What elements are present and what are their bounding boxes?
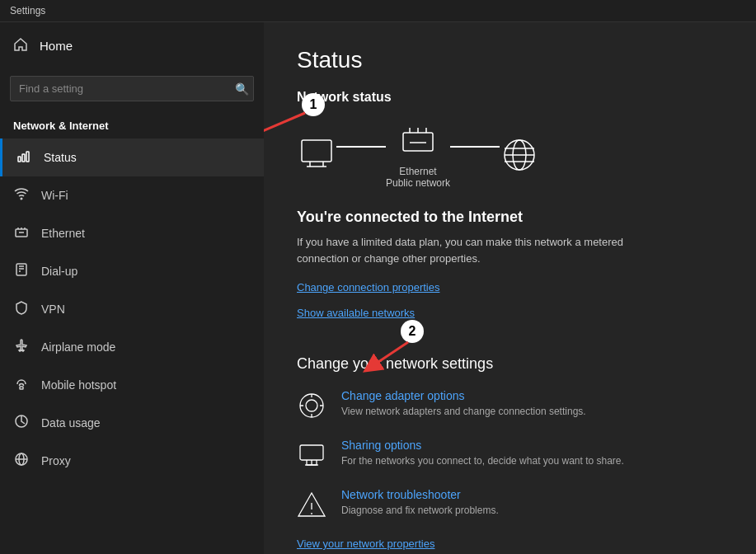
sidebar-item-label-status: Status [44,151,77,164]
dialup-icon [13,262,30,280]
settings-item-adapter[interactable]: Change adapter options View network adap… [297,389,723,420]
globe-icon [500,135,539,175]
svg-rect-20 [300,445,323,460]
sidebar-item-label-ethernet: Ethernet [41,227,85,240]
sharing-icon [297,440,326,470]
ethernet-label: Ethernet Public network [386,166,450,189]
sidebar-item-label-wifi: Wi-Fi [41,189,68,202]
search-input[interactable] [10,76,254,101]
svg-rect-1 [22,154,25,162]
sidebar-item-dialup[interactable]: Dial-up [0,252,264,290]
view-network-link[interactable]: View your network properties [297,538,723,550]
title-bar-label: Settings [10,5,45,16]
svg-rect-6 [20,387,23,389]
status-icon [16,148,32,167]
airplane-icon [13,338,30,356]
home-label: Home [40,39,73,53]
svg-rect-5 [16,264,26,275]
search-icon[interactable]: 🔍 [235,82,249,96]
data-icon [13,414,30,432]
internet-icon-container [500,135,539,175]
svg-text:2: 2 [409,324,416,338]
search-container: 🔍 [0,69,264,108]
change-network-title: Change your network settings [297,355,723,373]
network-line-1 [336,146,386,148]
troubleshoot-title: Network troubleshooter [341,488,499,501]
adapter-desc: View network adapters and change connect… [341,406,586,417]
adapter-title: Change adapter options [341,389,586,402]
sidebar: Home 🔍 Network & Internet Status [0,22,264,554]
sidebar-item-hotspot[interactable]: Mobile hotspot [0,366,264,404]
sidebar-item-label-proxy: Proxy [41,454,71,467]
ethernet-device-icon [398,121,438,161]
sidebar-item-airplane[interactable]: Airplane mode [0,328,264,366]
svg-point-18 [300,394,323,417]
sidebar-home-button[interactable]: Home [0,22,264,69]
svg-point-3 [21,198,22,200]
sidebar-item-label-dialup: Dial-up [41,265,77,278]
svg-rect-12 [302,140,331,162]
vpn-icon [13,300,30,318]
troubleshoot-desc: Diagnose and fix network problems. [341,505,499,516]
network-status-title: Network status [297,90,723,105]
network-diagram: Ethernet Public network [297,121,723,189]
ethernet-device-container: Ethernet Public network [386,121,450,189]
sidebar-section-label: Network & Internet [0,108,264,138]
main-content: 1 Status Network status [264,22,756,554]
connected-title: You're connected to the Internet [297,209,723,226]
computer-icon-container [297,135,336,175]
title-bar: Settings [0,0,756,22]
home-icon [13,37,28,54]
network-line-2 [450,146,500,148]
sidebar-item-proxy[interactable]: Proxy [0,442,264,480]
proxy-icon [13,452,30,470]
sidebar-item-label-airplane: Airplane mode [41,340,115,354]
show-networks-link[interactable]: Show available networks [297,307,723,319]
sidebar-item-data[interactable]: Data usage [0,404,264,442]
wifi-icon [13,186,30,204]
settings-item-sharing[interactable]: Sharing options For the networks you con… [297,439,723,470]
svg-rect-2 [26,152,29,162]
settings-item-troubleshoot[interactable]: Network troubleshooter Diagnose and fix … [297,488,723,519]
svg-rect-0 [18,157,21,162]
sidebar-item-vpn[interactable]: VPN [0,290,264,328]
svg-point-19 [306,400,317,411]
svg-rect-13 [403,133,433,151]
connected-desc: If you have a limited data plan, you can… [297,234,643,266]
monitor-icon [297,135,336,175]
hotspot-icon [13,376,30,394]
troubleshoot-icon [297,490,326,519]
sidebar-item-label-data: Data usage [41,416,101,430]
sidebar-item-wifi[interactable]: Wi-Fi [0,176,264,214]
sidebar-item-label-vpn: VPN [41,303,65,316]
sidebar-item-label-hotspot: Mobile hotspot [41,378,116,392]
sharing-title: Sharing options [341,439,624,452]
svg-point-16 [401,320,424,343]
sharing-desc: For the networks you connect to, decide … [341,455,624,467]
adapter-icon [297,391,326,420]
sidebar-item-status[interactable]: Status [0,138,264,176]
page-title: Status [297,47,723,73]
change-connection-link[interactable]: Change connection properties [297,281,723,293]
ethernet-icon [13,224,30,242]
sidebar-item-ethernet[interactable]: Ethernet [0,214,264,252]
